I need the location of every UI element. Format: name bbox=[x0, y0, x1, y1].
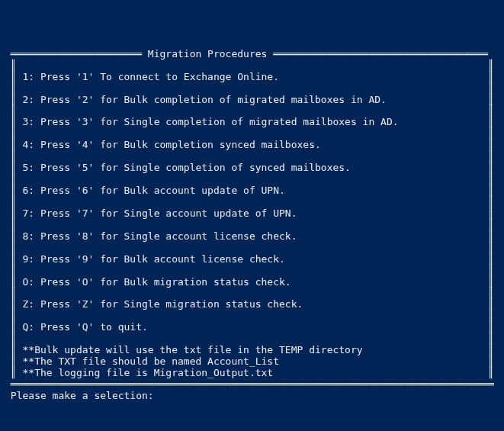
title-line: ══════════════════════ Migration Procedu… bbox=[5, 49, 499, 60]
blank-line: ║ ║ bbox=[5, 243, 499, 254]
menu-item-4[interactable]: ║ 4: Press '4' for Bulk completion synce… bbox=[5, 140, 499, 151]
blank-line: ║ ║ bbox=[5, 151, 499, 162]
menu-item-6[interactable]: ║ 6: Press '6' for Bulk account update o… bbox=[5, 185, 499, 197]
blank-line: ║ ║ bbox=[5, 60, 499, 72]
blank-line: ║ ║ bbox=[5, 265, 499, 277]
menu-item-8[interactable]: ║ 8: Press '8' for Single account licens… bbox=[5, 231, 499, 243]
menu-item-9[interactable]: ║ 9: Press '9' for Bulk account license … bbox=[5, 254, 499, 265]
note-line-3: ║ **The logging file is Migration_Output… bbox=[5, 368, 499, 379]
menu-item-1[interactable]: ║ 1: Press '1' To connect to Exchange On… bbox=[5, 72, 499, 83]
menu-item-5[interactable]: ║ 5: Press '5' for Single completion of … bbox=[5, 162, 499, 174]
blank-line: ║ ║ bbox=[5, 83, 499, 95]
blank-line: ║ ║ bbox=[5, 220, 499, 231]
blank-line: ║ ║ bbox=[5, 310, 499, 322]
powershell-terminal[interactable]: ══════════════════════ Migration Procedu… bbox=[5, 49, 499, 402]
note-line-2: ║ **The TXT file should be named Account… bbox=[5, 356, 499, 368]
menu-item-q[interactable]: ║ Q: Press 'Q' to quit. ║ bbox=[5, 322, 499, 333]
blank-line: ║ ║ bbox=[5, 333, 499, 345]
blank-line: ║ ║ bbox=[5, 197, 499, 208]
note-line-1: ║ **Bulk update will use the txt file in… bbox=[5, 345, 499, 356]
bottom-border: ════════════════════════════════════════… bbox=[5, 379, 499, 391]
blank-line: ║ ║ bbox=[5, 174, 499, 185]
selection-prompt[interactable]: Please make a selection: bbox=[5, 391, 499, 402]
menu-item-7[interactable]: ║ 7: Press '7' for Single account update… bbox=[5, 208, 499, 220]
blank-line: ║ ║ bbox=[5, 128, 499, 140]
